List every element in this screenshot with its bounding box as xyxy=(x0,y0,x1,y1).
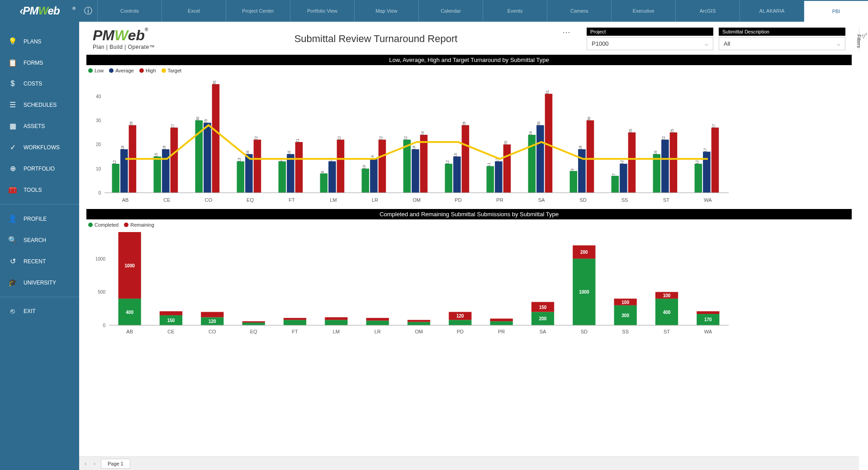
sidebar: 💡PLANS📋FORMS$COSTS☰SCHEDULES▦ASSETS✓WORK… xyxy=(0,22,79,470)
top-tab-project-center[interactable]: Project Center xyxy=(226,0,290,22)
bar xyxy=(445,164,453,193)
svg-text:30: 30 xyxy=(587,117,591,121)
svg-text:150: 150 xyxy=(167,318,175,323)
svg-text:170: 170 xyxy=(704,317,712,322)
search-icon: 🔍 xyxy=(8,236,17,244)
pager-prev[interactable]: ‹ xyxy=(83,461,88,467)
sidebar-item-recent[interactable]: ↺RECENT xyxy=(0,251,79,272)
top-tab-pbi[interactable]: PBI xyxy=(804,0,868,22)
svg-text:45: 45 xyxy=(212,81,217,85)
sidebar-item-assets[interactable]: ▦ASSETS xyxy=(0,115,79,137)
svg-text:10: 10 xyxy=(96,166,101,171)
sidebar-item-tools[interactable]: 🧰TOOLS xyxy=(0,179,79,200)
svg-text:20: 20 xyxy=(503,141,508,145)
svg-text:29: 29 xyxy=(204,119,208,123)
bar xyxy=(408,322,430,325)
sidebar-item-search[interactable]: 🔍SEARCH xyxy=(0,229,79,251)
filter-select-project[interactable]: P1000⌵ xyxy=(587,37,713,50)
bar xyxy=(162,149,170,193)
sidebar-item-university[interactable]: 🎓UNIVERSITY xyxy=(0,272,79,293)
report-header: PMWeb® Plan | Build | Operate™ Submittal… xyxy=(79,22,859,52)
svg-text:WA: WA xyxy=(704,329,712,334)
svg-text:16: 16 xyxy=(653,151,658,155)
svg-text:22: 22 xyxy=(403,136,408,141)
svg-text:22: 22 xyxy=(379,136,383,141)
sidebar-item-plans[interactable]: 💡PLANS xyxy=(0,31,79,52)
svg-text:18: 18 xyxy=(162,146,166,150)
sidebar-item-forms[interactable]: 📋FORMS xyxy=(0,52,79,73)
top-tab-events[interactable]: Events xyxy=(483,0,547,22)
bar xyxy=(695,164,702,193)
svg-text:SA: SA xyxy=(538,197,545,203)
info-icon[interactable]: ⓘ xyxy=(79,5,97,16)
filter-select-submittal-description[interactable]: All⌵ xyxy=(719,37,845,50)
svg-text:7: 7 xyxy=(612,173,616,176)
legend-item: Completed xyxy=(88,222,119,228)
svg-text:PD: PD xyxy=(455,197,461,203)
svg-text:AB: AB xyxy=(122,197,129,203)
bar xyxy=(362,169,370,193)
chart2-area: 050010004001000AB150CE120COEQFTLMLROM120… xyxy=(86,229,852,338)
svg-text:ST: ST xyxy=(663,197,669,203)
svg-text:400: 400 xyxy=(663,310,671,315)
top-tab-controls[interactable]: Controls xyxy=(97,0,161,22)
sidebar-item-exit[interactable]: ⎋EXIT xyxy=(0,301,79,322)
forms-icon: 📋 xyxy=(8,58,17,67)
svg-text:1000: 1000 xyxy=(95,256,106,261)
svg-text:15: 15 xyxy=(453,153,458,157)
svg-text:22: 22 xyxy=(337,136,342,141)
svg-text:200: 200 xyxy=(580,250,588,255)
svg-text:1000: 1000 xyxy=(125,263,135,268)
top-tab-arcgis[interactable]: ArcGIS xyxy=(675,0,740,22)
svg-text:SD: SD xyxy=(579,197,586,203)
top-tab-executive[interactable]: Executive xyxy=(611,0,675,22)
svg-text:PR: PR xyxy=(496,197,503,203)
bar xyxy=(295,142,303,193)
top-tab-calendar[interactable]: Calendar xyxy=(418,0,483,22)
bar xyxy=(120,149,128,193)
top-tab-al-akaria[interactable]: AL AKARIA xyxy=(740,0,804,22)
svg-text:21: 21 xyxy=(295,138,300,143)
filters-panel-toggle[interactable]: ‹ ▽ Filters xyxy=(859,27,868,52)
bar xyxy=(325,320,347,325)
pager-page[interactable]: Page 1 xyxy=(101,459,130,469)
svg-text:300: 300 xyxy=(621,313,629,318)
svg-text:LM: LM xyxy=(330,197,337,203)
pager-next[interactable]: › xyxy=(92,461,97,467)
svg-text:28: 28 xyxy=(536,122,541,126)
bar xyxy=(578,149,586,193)
svg-text:11: 11 xyxy=(487,162,491,167)
top-tab-map-view[interactable]: Map View xyxy=(354,0,418,22)
sidebar-item-costs[interactable]: $COSTS xyxy=(0,73,79,94)
svg-text:400: 400 xyxy=(126,310,133,315)
filter-label: Project xyxy=(587,28,713,36)
svg-text:LM: LM xyxy=(333,329,340,334)
sidebar-item-portfolio[interactable]: ⊕PORTFOLIO xyxy=(0,158,79,179)
top-bar: ‹PMWeb ® ⓘ ControlsExcelProject CenterPo… xyxy=(0,0,868,22)
sidebar-item-profile[interactable]: 👤PROFILE xyxy=(0,208,79,229)
top-tab-excel[interactable]: Excel xyxy=(161,0,226,22)
svg-text:SS: SS xyxy=(622,329,629,334)
app-logo: ‹PMWeb ® xyxy=(0,5,79,17)
svg-text:AB: AB xyxy=(126,329,133,334)
svg-text:WA: WA xyxy=(704,197,712,203)
more-icon[interactable]: ⋯ xyxy=(560,27,573,37)
bar xyxy=(487,166,494,193)
plans-icon: 💡 xyxy=(8,37,17,46)
bar xyxy=(528,135,536,193)
top-tab-camera[interactable]: Camera xyxy=(547,0,611,22)
svg-text:30: 30 xyxy=(195,117,200,121)
bar xyxy=(212,84,220,193)
svg-text:20: 20 xyxy=(96,142,101,147)
sidebar-item-workflows[interactable]: ✓WORKFLOWS xyxy=(0,137,79,158)
bar xyxy=(242,323,265,325)
top-tab-portfolio-view[interactable]: Portfolio View xyxy=(290,0,354,22)
report-main: PMWeb® Plan | Build | Operate™ Submittal… xyxy=(79,22,859,470)
svg-text:FT: FT xyxy=(289,197,295,203)
svg-text:CO: CO xyxy=(209,329,216,334)
chevron-down-icon: ⌵ xyxy=(705,40,708,47)
svg-text:ST: ST xyxy=(664,329,670,334)
assets-icon: ▦ xyxy=(8,122,17,130)
bar xyxy=(370,159,378,193)
sidebar-item-schedules[interactable]: ☰SCHEDULES xyxy=(0,94,79,115)
